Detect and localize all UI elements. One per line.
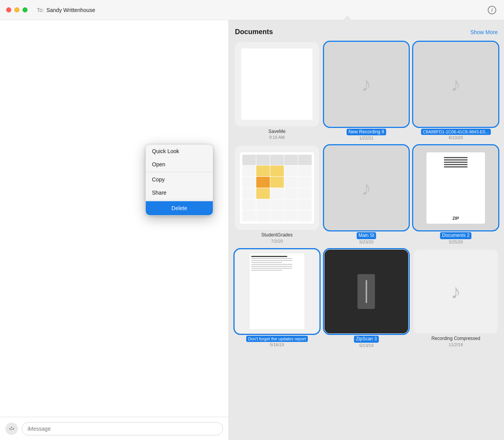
- doc-date-student-grades: 7/2/20: [271, 239, 283, 243]
- doc-line: [251, 258, 292, 259]
- doc-date-recording-compressed: 11/2/18: [449, 342, 463, 347]
- doc-thumbnail-dont-forget: [235, 250, 319, 334]
- doc-name-c8a8bfd1: C8A8BFD1-1C06-41C8-9843-E0...: [421, 129, 491, 135]
- doc-thumbnail-saveme: [235, 42, 319, 126]
- zip-line-2: [444, 159, 468, 160]
- doc-thumbnail-student-grades: [235, 146, 319, 230]
- doc-date-main-st: 5/23/20: [359, 240, 374, 244]
- doc-thumbnail-documents-2: ZIP: [414, 146, 498, 230]
- spreadsheet-preview: [240, 152, 314, 224]
- doc-line: [251, 260, 292, 261]
- doc-line: [251, 266, 292, 267]
- title-bar: To: Sandy Writtenhouse i: [0, 0, 504, 20]
- music-note-icon-2: ♪: [451, 74, 461, 94]
- doc-thumbnail-new-recording-8: ♪: [324, 42, 409, 126]
- doc-thumbnail-recording-compressed: ♪: [414, 250, 498, 334]
- app-store-icon: [8, 425, 15, 432]
- doc-name-saveme: SaveMe: [268, 129, 285, 135]
- context-menu-open[interactable]: Open: [146, 158, 213, 171]
- doc-date-zipscan-3: 5/13/19: [359, 343, 374, 348]
- message-input[interactable]: [22, 422, 223, 435]
- zipscan-bar: [366, 280, 367, 303]
- chat-messages: [0, 20, 228, 417]
- zip-zipper-lines: [444, 157, 468, 167]
- documents-title: Documents: [235, 28, 273, 36]
- doc-line: [251, 256, 287, 257]
- doc-item-student-grades[interactable]: StudentGrades 7/2/20: [235, 146, 319, 244]
- doc-item-c8a8bfd1[interactable]: ♪ C8A8BFD1-1C06-41C8-9843-E0... 8/10/20: [414, 42, 498, 140]
- doc-date-c8a8bfd1: 8/10/20: [449, 135, 463, 140]
- context-menu-delete[interactable]: Delete: [146, 201, 213, 215]
- doc-name-zipscan-3: ZipScan 3: [354, 336, 379, 343]
- doc-item-recording-compressed[interactable]: ♪ Recording Compressed 11/2/18: [414, 250, 498, 348]
- close-button[interactable]: [6, 7, 11, 12]
- doc-item-documents-2[interactable]: ZIP Documents 2 3/25/20: [414, 146, 498, 244]
- doc-date-documents-2: 3/25/20: [449, 240, 463, 244]
- doc-preview-dont-forget: [250, 254, 304, 329]
- doc-date-saveme: 9:16 AM: [269, 135, 285, 140]
- zip-line-3: [444, 162, 468, 163]
- zip-line-4: [444, 164, 468, 165]
- doc-date-new-recording-8: 1/22/21: [359, 136, 374, 140]
- context-menu-quick-look[interactable]: Quick Look: [146, 145, 213, 158]
- documents-panel: Documents Show More SaveMe 9:16 AM ♪ New…: [229, 20, 504, 440]
- zipscan-preview: [357, 274, 375, 309]
- input-bar: [0, 417, 228, 440]
- doc-thumbnail-zipscan-3: [324, 250, 409, 334]
- music-note-icon: ♪: [361, 74, 371, 94]
- doc-line: [251, 262, 282, 263]
- zip-line-1: [444, 157, 468, 158]
- context-menu: Quick Look Open Copy Share Delete: [145, 144, 213, 216]
- doc-item-zipscan-3[interactable]: ZipScan 3 5/13/19: [324, 250, 409, 348]
- maximize-button[interactable]: [22, 7, 28, 12]
- doc-thumbnail-main-st: ♪: [324, 146, 409, 230]
- zip-preview: ZIP: [426, 152, 485, 224]
- context-menu-divider-2: [146, 200, 213, 200]
- show-more-button[interactable]: Show More: [470, 29, 498, 35]
- context-menu-divider-1: [146, 172, 213, 172]
- music-note-icon-3: ♪: [361, 178, 371, 198]
- documents-grid: SaveMe 9:16 AM ♪ New Recording 8 1/22/21…: [235, 42, 498, 348]
- context-menu-copy[interactable]: Copy: [146, 173, 213, 186]
- recipient-name: Sandy Writtenhouse: [47, 7, 95, 13]
- doc-name-main-st: Main St: [357, 232, 376, 239]
- doc-name-documents-2: Documents 2: [440, 232, 471, 239]
- chat-panel: Quick Look Open Copy Share Delete: [0, 20, 229, 440]
- doc-item-new-recording-8[interactable]: ♪ New Recording 8 1/22/21: [324, 42, 409, 140]
- doc-item-saveme[interactable]: SaveMe 9:16 AM: [235, 42, 319, 140]
- doc-name-recording-compressed: Recording Compressed: [432, 336, 480, 342]
- info-icon[interactable]: i: [488, 6, 496, 14]
- doc-line: [251, 264, 292, 265]
- traffic-lights: [6, 7, 28, 12]
- context-menu-share[interactable]: Share: [146, 186, 213, 199]
- doc-date-dont-forget: 5/16/19: [270, 342, 284, 347]
- music-note-icon-4: ♪: [451, 281, 461, 302]
- main-area: Quick Look Open Copy Share Delete Doc: [0, 20, 504, 440]
- documents-header: Documents Show More: [235, 28, 498, 36]
- zip-line-5: [444, 166, 468, 167]
- doc-name-dont-forget: Don't forget the updates report: [246, 336, 308, 342]
- saveme-preview: [241, 48, 312, 120]
- to-label: To:: [37, 7, 44, 13]
- doc-line: [251, 268, 292, 269]
- doc-name-new-recording-8: New Recording 8: [347, 129, 386, 136]
- minimize-button[interactable]: [14, 7, 19, 12]
- doc-thumbnail-c8a8bfd1: ♪: [414, 42, 498, 126]
- doc-item-main-st[interactable]: ♪ Main St 5/23/20: [324, 146, 409, 244]
- doc-line: [251, 270, 282, 271]
- to-label-area: To: Sandy Writtenhouse: [37, 7, 95, 13]
- doc-item-dont-forget[interactable]: Don't forget the updates report 5/16/19: [235, 250, 319, 348]
- zip-label: ZIP: [452, 216, 459, 221]
- app-store-button[interactable]: [5, 423, 18, 435]
- doc-name-student-grades: StudentGrades: [261, 232, 293, 238]
